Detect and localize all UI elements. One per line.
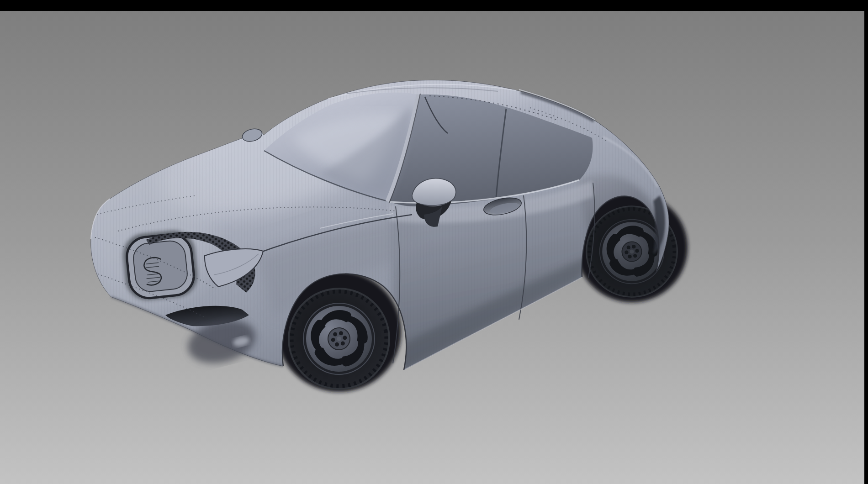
right-black-bar (864, 0, 868, 484)
grille-opening (132, 239, 189, 293)
render-viewport[interactable] (0, 0, 868, 484)
car-render-canvas (0, 0, 868, 484)
top-black-bar (0, 0, 868, 11)
